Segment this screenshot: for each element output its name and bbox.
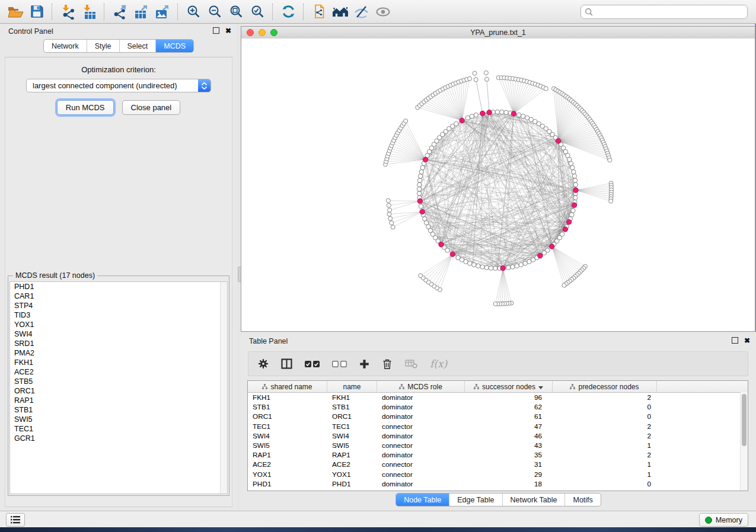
mcds-result-item[interactable]: TID3 [10,310,227,320]
import-network-icon[interactable] [57,2,78,22]
mcds-result-item[interactable]: SRD1 [10,339,227,348]
close-panel-icon[interactable]: ✖ [225,28,231,34]
table-tab-node-table[interactable]: Node Table [396,493,449,506]
delete-column-icon[interactable] [382,358,393,370]
table-row[interactable]: SWI4SWI4dominator462 [248,431,748,441]
function-builder-icon[interactable]: f(x) [430,358,447,370]
network-graph[interactable] [241,39,755,331]
show-all-icon[interactable] [372,2,394,22]
column-header-predecessor-nodes[interactable]: predecessor nodes [553,381,657,392]
network-window-titlebar[interactable]: YPA_prune.txt_1 [241,27,755,39]
add-column-icon[interactable] [359,359,369,369]
column-header-successor-nodes[interactable]: successor nodes [465,381,553,392]
deselect-all-columns-icon[interactable] [332,361,347,367]
float-table-panel-icon[interactable] [732,337,738,344]
table-cell: 61 [465,412,553,421]
delete-table-icon[interactable] [405,360,417,368]
duplicate-network-icon[interactable] [308,2,330,22]
result-list-scrollbar[interactable] [220,282,227,493]
export-image-icon[interactable] [152,2,173,22]
table-tab-edge-table[interactable]: Edge Table [449,493,502,506]
zoom-fit-icon[interactable] [225,2,247,22]
mcds-result-item[interactable]: ORC1 [10,386,227,396]
mcds-result-item[interactable]: SWI4 [10,329,227,339]
close-panel-button[interactable]: Close panel [122,100,181,115]
mcds-result-item[interactable]: YOX1 [10,320,227,329]
toolbar-separator [52,4,53,20]
table-row[interactable]: STB1STB1dominator620 [248,402,748,412]
zoom-out-icon[interactable] [204,2,225,22]
table-cell: dominator [377,403,465,411]
mcds-result-item[interactable]: RAP1 [10,396,227,405]
table-row[interactable]: RAP1RAP1dominator352 [248,450,748,460]
table-cell: connector [377,460,465,469]
tab-style[interactable]: Style [87,40,119,52]
table-row[interactable]: ACE2ACE2connector311 [248,460,748,469]
table-row[interactable]: PHD1PHD1dominator180 [248,479,748,489]
mcds-result-title: MCDS result (17 nodes) [13,271,97,280]
table-tab-network-table[interactable]: Network Table [502,493,565,506]
export-network-icon[interactable] [109,2,130,22]
search-icon [585,8,594,17]
table-row[interactable]: TEC1TEC1connector472 [248,422,748,431]
mcds-result-item[interactable]: PHD1 [10,282,227,291]
column-header-MCDS-role[interactable]: MCDS role [377,381,465,392]
save-session-icon[interactable] [26,2,47,22]
close-table-panel-icon[interactable]: ✖ [744,338,750,344]
table-row[interactable]: FKH1FKH1dominator962 [248,393,748,402]
mcds-result-item[interactable]: CAR1 [10,291,227,301]
optimization-criterion-select[interactable]: largest connected component (undirected) [26,79,211,92]
network-canvas[interactable] [241,39,755,331]
search-input[interactable] [594,6,747,18]
window-close-button[interactable] [247,29,254,36]
column-header-shared-name[interactable]: shared name [248,381,327,392]
mcds-result-item[interactable]: TEC1 [10,424,227,434]
table-cell: dominator [377,451,465,459]
window-zoom-button[interactable] [270,29,277,36]
node-table-header[interactable]: shared namenameMCDS rolesuccessor nodesp… [248,381,748,393]
mcds-result-item[interactable]: STB5 [10,377,227,386]
network-window: YPA_prune.txt_1 [241,26,755,332]
table-cell: STB1 [248,403,327,411]
select-all-columns-icon[interactable] [305,361,320,367]
memory-button[interactable]: Memory [699,513,748,527]
tab-mcds[interactable]: MCDS [155,40,193,52]
table-row[interactable]: YOX1YOX1connector291 [248,470,748,479]
table-options-gear-icon[interactable] [258,358,269,369]
zoom-in-icon[interactable] [183,2,204,22]
toolbar-separator [104,4,105,20]
mcds-result-item[interactable]: ACE2 [10,367,227,377]
table-scrollbar-thumb[interactable] [742,394,747,446]
mcds-result-item[interactable]: SWI5 [10,415,227,424]
mcds-result-item[interactable]: STB1 [10,405,227,415]
float-panel-icon[interactable] [213,27,219,34]
toolbar-separator [177,4,178,20]
open-file-icon[interactable] [5,2,26,22]
mcds-result-item[interactable]: GCR1 [10,434,227,443]
mcds-result-list[interactable]: PHD1CAR1STP4TID3YOX1SWI4SRD1PMA2FKH1ACE2… [9,281,228,494]
show-columns-icon[interactable] [281,358,292,369]
refresh-icon[interactable] [277,2,299,22]
table-scrollbar[interactable] [740,392,748,491]
first-neighbors-icon[interactable] [330,2,351,22]
column-header-name[interactable]: name [327,381,377,392]
window-minimize-button[interactable] [259,29,266,36]
task-history-button[interactable] [6,513,25,527]
mcds-result-item[interactable]: PMA2 [10,348,227,358]
import-table-icon[interactable] [78,2,100,22]
mcds-result-item[interactable]: FKH1 [10,358,227,367]
toolbar-separator [303,4,304,20]
table-cell: 43 [465,441,553,450]
zoom-selected-icon[interactable] [247,2,268,22]
tab-network[interactable]: Network [44,40,87,52]
hide-selected-icon[interactable] [351,2,372,22]
table-row[interactable]: SWI5SWI5connector431 [248,441,748,450]
run-mcds-button[interactable]: Run MCDS [57,100,114,115]
table-row[interactable]: ORC1ORC1dominator610 [248,412,748,421]
tab-select[interactable]: Select [119,40,156,52]
search-box[interactable] [580,5,748,19]
export-table-icon[interactable] [130,2,152,22]
table-cell: ORC1 [248,412,327,421]
table-tab-motifs[interactable]: Motifs [564,493,600,506]
mcds-result-item[interactable]: STP4 [10,301,227,310]
